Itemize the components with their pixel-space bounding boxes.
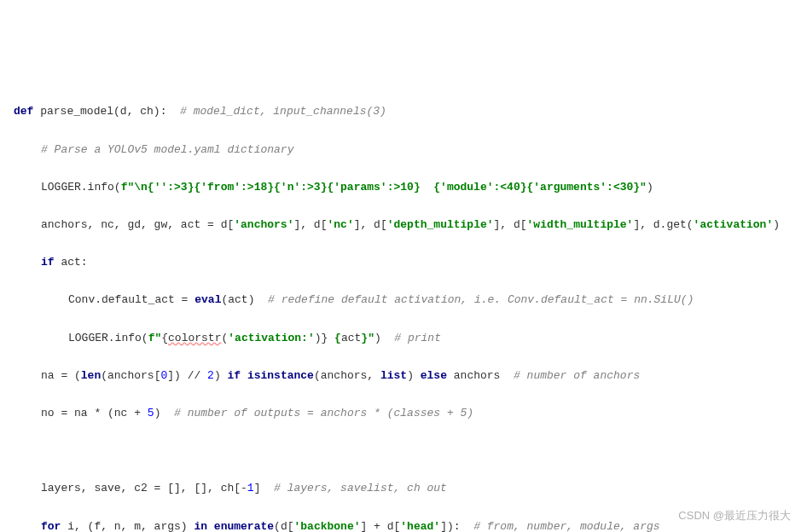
code-text: ) bbox=[647, 181, 653, 194]
kw-in: in bbox=[194, 520, 207, 532]
code-line: LOGGER.info(f"{colorstr('activation:')} … bbox=[14, 329, 787, 348]
comment: # number of outputs = anchors * (classes… bbox=[160, 407, 473, 419]
fn-args: (d, ch): bbox=[113, 105, 166, 118]
code-line: # Parse a YOLOv5 model.yaml dictionary bbox=[14, 141, 787, 159]
code-text: (anchors, bbox=[314, 369, 380, 382]
string: 'depth_multiple' bbox=[387, 218, 494, 231]
code-text: (d[ bbox=[274, 520, 293, 532]
code-text: act bbox=[341, 332, 361, 344]
fn-name: parse_model bbox=[40, 105, 113, 118]
number: 5 bbox=[148, 407, 154, 419]
string: 'activation:' bbox=[228, 332, 314, 344]
code-text: (act) bbox=[221, 293, 254, 306]
code-text: na = ( bbox=[41, 369, 81, 382]
code-line: layers, save, c2 = [], [], ch[-1] # laye… bbox=[14, 479, 787, 498]
comment: # layers, savelist, ch out bbox=[260, 482, 446, 494]
string: 'backbone' bbox=[293, 520, 360, 532]
code-text: )} bbox=[315, 332, 328, 344]
code-text: i, (f, n, m, args) bbox=[61, 520, 194, 532]
code-text: no = na * (nc + bbox=[41, 407, 148, 419]
code-line: anchors, nc, gd, gw, act = d['anchors'],… bbox=[14, 216, 787, 234]
string: }" bbox=[361, 332, 374, 344]
code-line: LOGGER.info(f"\n{'':>3}{'from':>18}{'n':… bbox=[14, 178, 787, 197]
code-text: LOGGER.info( bbox=[41, 181, 121, 194]
string: 'width_multiple' bbox=[527, 218, 634, 231]
number: 1 bbox=[247, 482, 254, 494]
string: f" bbox=[148, 332, 162, 344]
comment: # redefine default activation, i.e. Conv… bbox=[254, 293, 694, 306]
code-text: ]) // bbox=[167, 369, 207, 382]
kw-for: for bbox=[41, 520, 61, 532]
string: 'activation' bbox=[694, 218, 774, 231]
code-text: ], d[ bbox=[293, 218, 327, 231]
code-text: ]): bbox=[440, 520, 460, 532]
string: f"\n{'':>3}{'from':>18}{'n':>3}{'params'… bbox=[121, 181, 647, 194]
number: 2 bbox=[207, 369, 214, 382]
blank-line bbox=[14, 442, 787, 460]
kw-else: else bbox=[421, 369, 447, 382]
comment: # from, number, module, args bbox=[461, 520, 660, 532]
code-line: na = (len(anchors[0]) // 2) if isinstanc… bbox=[14, 367, 787, 385]
string: 'nc' bbox=[327, 218, 353, 231]
code-text: ], d.get( bbox=[633, 218, 693, 231]
comment: # number of anchors bbox=[500, 369, 640, 382]
code-text: LOGGER.info( bbox=[68, 332, 148, 344]
comment: # Parse a YOLOv5 model.yaml dictionary bbox=[41, 143, 293, 156]
builtin: list bbox=[380, 369, 407, 382]
code-text bbox=[241, 369, 247, 382]
code-text: act: bbox=[55, 256, 88, 269]
code-text bbox=[207, 520, 214, 532]
wavy-text: colorstr bbox=[168, 332, 221, 344]
code-text: layers, save, c2 = [], [], ch[- bbox=[41, 482, 247, 494]
string: 'anchors' bbox=[234, 218, 293, 231]
kw-if: if bbox=[227, 369, 241, 382]
code-text: ] + d[ bbox=[361, 520, 401, 532]
code-text: anchors bbox=[447, 369, 500, 382]
string: 'head' bbox=[400, 520, 440, 532]
kw-if: if bbox=[41, 256, 55, 269]
comment: # print bbox=[381, 332, 441, 344]
code-text: ) bbox=[407, 369, 421, 382]
code-line: Conv.default_act = eval(act) # redefine … bbox=[14, 291, 787, 309]
code-text: ], d[ bbox=[494, 218, 527, 231]
code-text: anchors, nc, gd, gw, act = d[ bbox=[41, 218, 234, 231]
code-editor: def parse_model(d, ch): # model_dict, in… bbox=[14, 84, 787, 532]
builtin: len bbox=[81, 369, 101, 382]
builtin: eval bbox=[194, 293, 221, 306]
code-text: ) bbox=[773, 218, 780, 231]
code-text: (anchors[ bbox=[101, 369, 160, 382]
string: { bbox=[328, 332, 341, 344]
code-line: for i, (f, n, m, args) in enumerate(d['b… bbox=[14, 518, 787, 532]
code-line: def parse_model(d, ch): # model_dict, in… bbox=[14, 102, 787, 121]
code-text: Conv.default_act = bbox=[68, 293, 194, 306]
code-text: ) bbox=[374, 332, 381, 344]
code-text: ], d[ bbox=[354, 218, 387, 231]
code-line: no = na * (nc + 5) # number of outputs =… bbox=[14, 404, 787, 423]
code-text: { bbox=[161, 332, 168, 344]
watermark: CSDN @最近压力很大 bbox=[678, 506, 791, 525]
builtin: isinstance bbox=[247, 369, 314, 382]
code-line: if act: bbox=[14, 253, 787, 272]
builtin: enumerate bbox=[214, 520, 274, 532]
code-text: ) bbox=[214, 369, 228, 382]
comment: # model_dict, input_channels(3) bbox=[166, 105, 386, 118]
kw-def: def bbox=[14, 105, 33, 118]
